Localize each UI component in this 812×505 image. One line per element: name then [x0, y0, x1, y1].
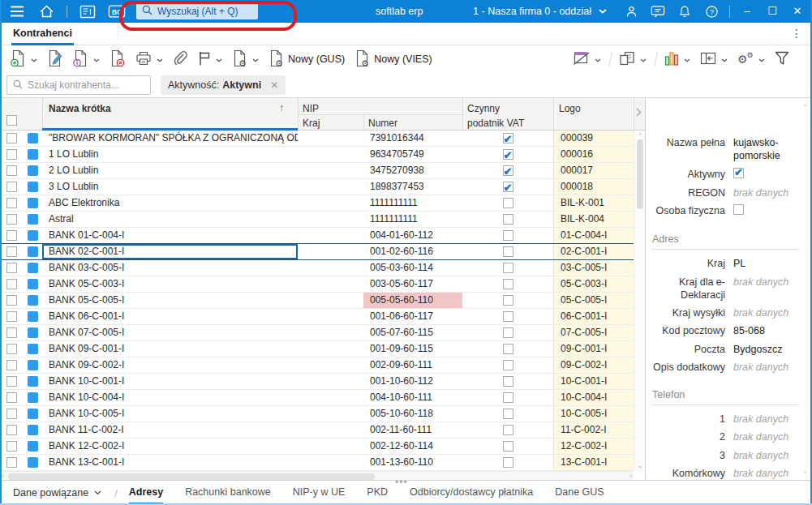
row-checkbox[interactable]	[6, 295, 17, 306]
cell-kraj[interactable]	[298, 439, 363, 454]
row-checkbox[interactable]	[6, 263, 17, 273]
cell-kraj[interactable]	[298, 131, 363, 146]
table-row[interactable]: BANK 05-C-003-I003-05-60-11705-C-003-I	[0, 276, 634, 293]
chip-close-icon[interactable]: ✕	[270, 79, 278, 91]
cell-name[interactable]: BANK 10-C-005-I	[42, 406, 298, 422]
vat-checkbox[interactable]	[503, 457, 513, 468]
cell-nip-numer[interactable]: 7391016344	[363, 131, 462, 146]
cell-name[interactable]: BANK 09-C-001-I	[42, 341, 298, 357]
cell-nip-numer[interactable]: 005-05-60-110	[363, 293, 462, 308]
chevron-down-icon[interactable]	[721, 53, 728, 65]
kebab-menu-icon[interactable]: ⋮	[791, 27, 802, 40]
cell-logo[interactable]: BIL-K-001	[553, 195, 634, 211]
panel-scroll-down-icon[interactable]: ⌄	[802, 466, 809, 475]
cell-name[interactable]: BANK 07-C-005-I	[42, 325, 298, 340]
cell-nip-numer[interactable]: 001-13-60-110	[363, 455, 462, 470]
vat-checkbox[interactable]	[503, 441, 513, 452]
vat-checkbox[interactable]	[503, 263, 513, 273]
contractor-search[interactable]	[6, 75, 151, 95]
cell-kraj[interactable]	[298, 341, 363, 357]
panel-scroll-up-icon[interactable]: ⌃	[802, 103, 809, 112]
cell-vat[interactable]	[462, 422, 553, 438]
cell-vat[interactable]	[462, 179, 553, 195]
cell-kraj[interactable]	[298, 422, 363, 438]
cell-logo[interactable]: 10-C-001-I	[553, 374, 634, 389]
toolbar-button-doc-remove[interactable]	[109, 49, 126, 70]
chat-icon[interactable]	[649, 2, 667, 20]
sort-ascending-icon[interactable]: ↑	[279, 102, 284, 113]
cell-kraj[interactable]	[298, 325, 363, 340]
cell-name[interactable]: BANK 05-C-003-I	[42, 276, 298, 292]
cell-nip-numer[interactable]: 3475270938	[363, 163, 462, 178]
close-button[interactable]: ✕	[789, 0, 806, 23]
table-row[interactable]: 1 LO Lublin9634705749000016	[0, 147, 634, 163]
toolbar-button-copy[interactable]	[618, 50, 647, 69]
cell-logo[interactable]: 05-C-003-I	[553, 276, 634, 292]
toolbar-button-gears[interactable]: ⚙⚙	[737, 50, 765, 69]
vat-checkbox[interactable]	[503, 311, 513, 322]
cell-logo[interactable]: 000017	[553, 163, 634, 178]
cell-nip-numer[interactable]: 002-12-60-114	[363, 439, 462, 454]
cell-vat[interactable]	[462, 228, 553, 243]
row-checkbox[interactable]	[6, 425, 17, 435]
cell-vat[interactable]	[462, 147, 553, 162]
menu-icon[interactable]	[8, 2, 26, 20]
cell-vat[interactable]	[462, 163, 553, 178]
row-checkbox[interactable]	[6, 360, 17, 370]
cell-logo[interactable]: 02-C-001-I	[553, 244, 634, 259]
cell-logo[interactable]: 000039	[553, 131, 634, 146]
row-checkbox[interactable]	[6, 165, 17, 176]
cell-logo[interactable]: 09-C-002-I	[553, 357, 634, 373]
vat-checkbox[interactable]	[503, 165, 513, 176]
vat-checkbox[interactable]	[503, 295, 513, 306]
toolbar-button-flag[interactable]	[197, 50, 222, 69]
cell-kraj[interactable]	[298, 179, 363, 195]
row-checkbox[interactable]	[6, 279, 17, 289]
column-header-logo[interactable]: Logo	[559, 103, 581, 114]
table-row[interactable]: BANK 07-C-005-I005-07-60-11507-C-005-I	[0, 325, 634, 341]
cell-vat[interactable]	[462, 390, 553, 405]
cell-vat[interactable]	[462, 406, 553, 422]
table-row[interactable]: 3 LO Lublin1898377453000018	[0, 179, 634, 195]
related-tab-dane-gus[interactable]: Dane GUS	[555, 481, 604, 505]
cell-nip-numer[interactable]: 004-01-60-112	[363, 228, 462, 243]
cell-name[interactable]: Astral	[42, 212, 298, 227]
cell-logo[interactable]: 11-C-002-I	[553, 422, 634, 438]
cell-vat[interactable]	[462, 244, 553, 259]
cell-name[interactable]: BANK 09-C-002-I	[42, 357, 298, 373]
vat-checkbox[interactable]	[503, 246, 513, 257]
toolbar-button-doc-info[interactable]	[72, 49, 100, 70]
cell-kraj[interactable]	[298, 374, 363, 389]
cell-logo[interactable]: 10-C-004-I	[553, 390, 634, 405]
cell-vat[interactable]	[462, 260, 553, 276]
row-checkbox[interactable]	[6, 214, 17, 225]
chevron-down-icon[interactable]	[157, 53, 163, 65]
vat-checkbox[interactable]	[503, 409, 513, 419]
cell-kraj[interactable]	[298, 147, 363, 162]
column-header-kraj[interactable]: Kraj	[303, 118, 320, 129]
column-header-vat-line1[interactable]: Czynny	[467, 103, 500, 114]
cell-name[interactable]: 3 LO Lublin	[42, 179, 298, 195]
table-row[interactable]: BANK 01-C-004-I004-01-60-11201-C-004-I	[0, 228, 634, 244]
vat-checkbox[interactable]	[503, 214, 513, 225]
vat-checkbox[interactable]	[503, 133, 513, 143]
cell-name[interactable]: BANK 12-C-002-I	[42, 439, 298, 454]
cell-kraj[interactable]	[298, 228, 363, 243]
table-row[interactable]: BANK 06-C-001-I001-06-60-11706-C-001-I	[0, 309, 634, 325]
cell-nip-numer[interactable]: 9634705749	[363, 147, 462, 162]
user-icon[interactable]	[622, 2, 640, 20]
cell-logo[interactable]: 07-C-005-I	[553, 325, 634, 340]
cell-vat[interactable]	[462, 212, 553, 227]
global-search[interactable]: Wyszukaj (Alt + Q)	[136, 3, 258, 19]
row-checkbox[interactable]	[6, 246, 17, 257]
column-header-nip[interactable]: NIP	[303, 103, 319, 114]
column-header-name[interactable]: Nazwa krótka	[49, 103, 111, 114]
cell-vat[interactable]	[462, 195, 553, 211]
cell-name[interactable]: ABC Elektronika	[42, 195, 298, 211]
cell-nip-numer[interactable]: 001-06-60-117	[363, 309, 462, 324]
cell-nip-numer[interactable]: 005-10-60-118	[363, 406, 462, 422]
table-row[interactable]: BANK 09-C-001-I001-09-60-11509-C-001-I	[0, 341, 634, 357]
bc-module-icon[interactable]: BC	[108, 2, 126, 20]
table-row[interactable]: BANK 11-C-002-I002-11-60-11111-C-002-I	[0, 422, 634, 439]
table-row[interactable]: BANK 10-C-001-I001-10-60-11210-C-001-I	[0, 374, 634, 390]
